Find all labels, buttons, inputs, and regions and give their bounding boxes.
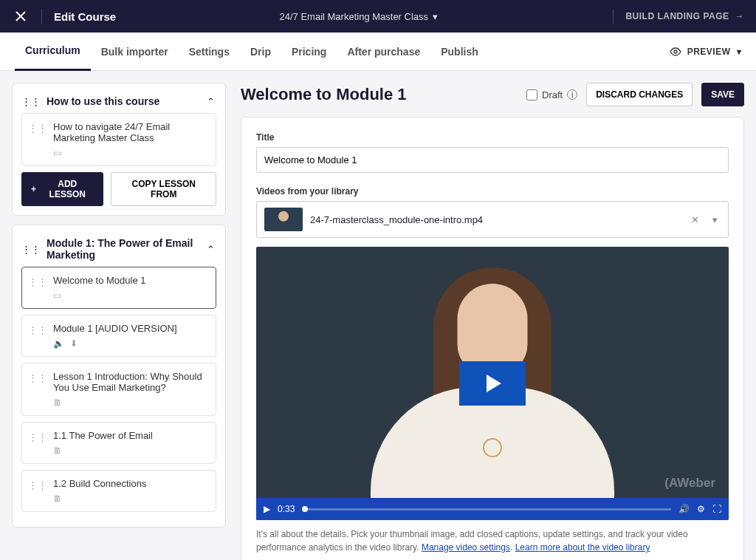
- chevron-up-icon[interactable]: ⌃: [205, 244, 216, 255]
- video-icon: ▭: [53, 290, 61, 301]
- tab-after-purchase[interactable]: After purchase: [337, 33, 430, 71]
- manage-video-settings-link[interactable]: Manage video settings: [422, 542, 510, 553]
- play-icon[interactable]: ▶: [264, 504, 270, 514]
- drag-handle-icon[interactable]: ⋮⋮: [21, 96, 41, 107]
- divider: [613, 9, 614, 24]
- preview-label: PREVIEW: [687, 47, 731, 57]
- lesson-title: 1.1 The Power of Email: [53, 430, 210, 441]
- module-title: How to use this course: [47, 95, 199, 107]
- drag-handle-icon[interactable]: ⋮⋮: [28, 479, 47, 491]
- document-icon: 🗎: [53, 445, 62, 456]
- draft-checkbox[interactable]: [526, 89, 537, 100]
- tab-bulk-importer[interactable]: Bulk importer: [91, 33, 179, 71]
- add-lesson-button[interactable]: +ADD LESSON: [21, 172, 103, 206]
- drag-handle-icon[interactable]: ⋮⋮: [28, 123, 47, 134]
- document-icon: 🗎: [53, 494, 62, 504]
- lesson-title: Welcome to Module 1: [53, 275, 210, 286]
- lesson-item[interactable]: ⋮⋮ Welcome to Module 1 ▭: [21, 267, 216, 309]
- video-timestamp: 0:33: [278, 504, 295, 514]
- chevron-up-icon[interactable]: ⌃: [205, 96, 216, 107]
- module-title: Module 1: The Power of Email Marketing: [47, 237, 199, 261]
- lesson-heading: Welcome to Module 1: [241, 85, 518, 104]
- lesson-item[interactable]: ⋮⋮ 1.2 Build Connections 🗎: [21, 470, 216, 512]
- tab-settings[interactable]: Settings: [179, 33, 240, 71]
- course-name: 24/7 Email Marketing Master Class: [280, 11, 429, 22]
- settings-gear-icon[interactable]: ⚙: [697, 504, 705, 514]
- video-thumbnail: [264, 208, 303, 231]
- lesson-item[interactable]: ⋮⋮ Lesson 1 Introduction: Why Should You…: [21, 363, 216, 416]
- fullscreen-icon[interactable]: ⛶: [712, 504, 721, 514]
- save-button[interactable]: SAVE: [701, 83, 744, 106]
- remove-video-icon[interactable]: ✕: [688, 214, 702, 225]
- play-button[interactable]: [459, 361, 526, 406]
- download-icon: ⬇: [70, 338, 78, 349]
- tabs-nav: Curriculum Bulk importer Settings Drip P…: [0, 33, 756, 71]
- volume-icon[interactable]: 🔊: [678, 504, 690, 514]
- draft-toggle[interactable]: Draft i: [526, 89, 577, 100]
- video-icon: ▭: [53, 148, 61, 158]
- video-section-label: Videos from your library: [256, 186, 729, 197]
- tab-pricing[interactable]: Pricing: [281, 33, 337, 71]
- tab-publish[interactable]: Publish: [430, 33, 489, 71]
- seek-bar[interactable]: [302, 508, 671, 511]
- discard-changes-button[interactable]: DISCARD CHANGES: [586, 83, 693, 106]
- watermark: (AWeber: [664, 476, 715, 491]
- module-card: ⋮⋮ How to use this course ⌃ ⋮⋮ How to na…: [12, 83, 226, 216]
- divider: [41, 9, 42, 24]
- caret-down-icon: ▾: [737, 47, 742, 57]
- video-options-icon[interactable]: ▾: [709, 214, 721, 225]
- lesson-item[interactable]: ⋮⋮ Module 1 [AUDIO VERSION] 🔈⬇: [21, 315, 216, 357]
- arrow-right-icon: →: [735, 11, 745, 21]
- tab-curriculum[interactable]: Curriculum: [15, 33, 91, 71]
- course-selector[interactable]: 24/7 Email Marketing Master Class ▾: [280, 11, 439, 22]
- page-title: Edit Course: [54, 10, 116, 23]
- title-input[interactable]: [256, 147, 729, 173]
- info-icon: i: [567, 89, 577, 100]
- lesson-title: Module 1 [AUDIO VERSION]: [53, 323, 210, 334]
- preview-button[interactable]: PREVIEW ▾: [670, 47, 741, 57]
- lesson-item[interactable]: ⋮⋮ 1.1 The Power of Email 🗎: [21, 422, 216, 464]
- lesson-title: 1.2 Build Connections: [53, 478, 210, 489]
- curriculum-sidebar: ⋮⋮ How to use this course ⌃ ⋮⋮ How to na…: [12, 83, 226, 560]
- drag-handle-icon[interactable]: ⋮⋮: [28, 276, 47, 287]
- copy-lesson-button[interactable]: COPY LESSON FROM: [111, 172, 216, 206]
- document-icon: 🗎: [53, 397, 62, 408]
- video-player: (AWeber ▶ 0:33 🔊 ⚙ ⛶: [256, 247, 729, 520]
- lesson-item[interactable]: ⋮⋮ How to navigate 24/7 Email Marketing …: [21, 113, 216, 166]
- caret-down-icon: ▾: [433, 11, 438, 22]
- drag-handle-icon[interactable]: ⋮⋮: [28, 324, 47, 335]
- drag-handle-icon[interactable]: ⋮⋮: [28, 431, 47, 443]
- drag-handle-icon[interactable]: ⋮⋮: [21, 244, 41, 255]
- eye-icon: [670, 47, 681, 56]
- drag-handle-icon[interactable]: ⋮⋮: [28, 372, 47, 383]
- build-label: BUILD LANDING PAGE: [625, 11, 729, 21]
- lesson-editor: Welcome to Module 1 Draft i DISCARD CHAN…: [241, 83, 744, 560]
- video-filename: 24-7-masterclass_module-one-intro.mp4: [310, 214, 681, 225]
- audio-icon: 🔈: [53, 338, 64, 349]
- plus-icon: +: [31, 184, 36, 194]
- video-help-text: It's all about the details. Pick your th…: [256, 527, 729, 554]
- learn-more-link[interactable]: Learn more about the video library: [515, 542, 650, 553]
- close-button[interactable]: [12, 7, 30, 25]
- lesson-title: Lesson 1 Introduction: Why Should You Us…: [53, 371, 210, 393]
- draft-label: Draft: [542, 89, 563, 100]
- lesson-title: How to navigate 24/7 Email Marketing Mas…: [53, 121, 210, 143]
- video-library-row: 24-7-masterclass_module-one-intro.mp4 ✕ …: [256, 201, 729, 238]
- svg-point-0: [674, 50, 677, 53]
- build-landing-page-button[interactable]: BUILD LANDING PAGE →: [625, 11, 744, 21]
- tab-drip[interactable]: Drip: [240, 33, 281, 71]
- title-field-label: Title: [256, 132, 729, 143]
- module-card: ⋮⋮ Module 1: The Power of Email Marketin…: [12, 225, 226, 527]
